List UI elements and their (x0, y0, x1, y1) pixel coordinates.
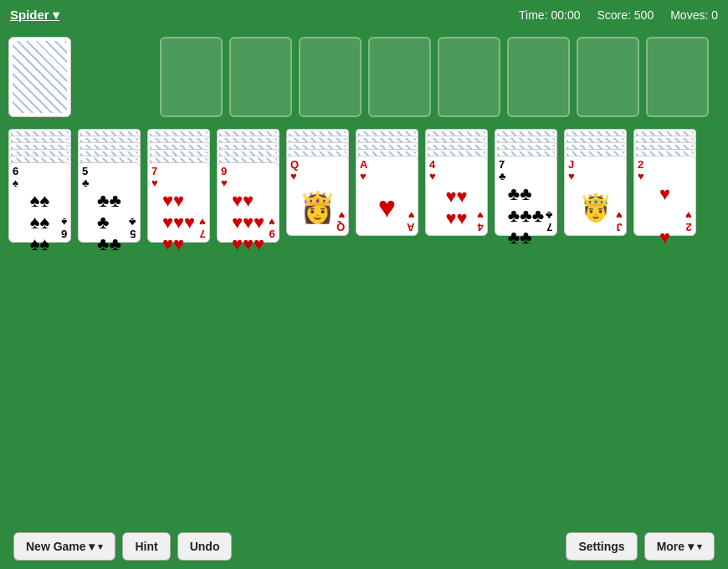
card-face[interactable]: 2♥ ♥♥ 2♥ (633, 156, 696, 236)
stats-area: Time: 00:00 Score: 500 Moves: 0 (519, 8, 718, 22)
moves-display: Moves: 0 (670, 8, 718, 22)
new-game-button[interactable]: New Game ▾ (13, 532, 115, 561)
undo-button[interactable]: Undo (177, 532, 233, 561)
foundation-2[interactable] (299, 37, 361, 117)
tableau-col-3[interactable]: 9♥ ♥♥♥♥♥♥♥♥ 9♥ (217, 129, 279, 243)
card-face[interactable]: J♥ 🤴 J♥ (564, 156, 627, 236)
top-row (8, 37, 720, 120)
footer: New Game ▾ Hint Undo Settings More ▾ (0, 524, 728, 569)
card-face[interactable]: 7♣ ♣♣♣♣♣♣♣ 7♣ (495, 156, 557, 236)
settings-button[interactable]: Settings (566, 532, 637, 561)
tableau-col-5[interactable]: A♥ ♥ A♥ (356, 129, 418, 243)
foundation-3[interactable] (368, 37, 431, 117)
game-title[interactable]: Spider ▾ (10, 8, 59, 22)
tableau-col-9[interactable]: 2♥ ♥♥ 2♥ (633, 129, 696, 243)
hint-button[interactable]: Hint (122, 532, 170, 561)
footer-right: Settings More ▾ (566, 532, 715, 561)
tableau-col-8[interactable]: J♥ 🤴 J♥ (564, 129, 627, 243)
tableau: 6♠ ♠♠♠♠♠♠ 6♠ 5♣ ♣♣♣♣♣ 5♣ (8, 129, 720, 243)
card-face[interactable]: 6♠ ♠♠♠♠♠♠ 6♠ (8, 162, 71, 243)
foundation-4[interactable] (438, 37, 500, 117)
foundation-1[interactable] (229, 37, 292, 117)
time-display: Time: 00:00 (519, 8, 580, 22)
game-title-area[interactable]: Spider ▾ (10, 8, 59, 23)
tableau-col-6[interactable]: 4♥ ♥♥♥♥ 4♥ (425, 129, 488, 243)
foundation-0[interactable] (160, 37, 223, 117)
score-display: Score: 500 (597, 8, 654, 22)
card-face[interactable]: 5♣ ♣♣♣♣♣ 5♣ (78, 162, 141, 243)
tableau-col-0[interactable]: 6♠ ♠♠♠♠♠♠ 6♠ (8, 129, 71, 243)
card-face[interactable]: A♥ ♥ A♥ (356, 156, 418, 236)
foundation-7[interactable] (646, 37, 709, 117)
card-face[interactable]: 7♥ ♥♥♥♥♥♥♥ 7♥ (147, 162, 210, 243)
card-face[interactable]: Q♥ 👸 Q♥ (286, 156, 349, 236)
tableau-col-7[interactable]: 7♣ ♣♣♣♣♣♣♣ 7♣ (495, 129, 557, 243)
card-face[interactable]: 4♥ ♥♥♥♥ 4♥ (425, 156, 488, 236)
more-button[interactable]: More ▾ (644, 532, 715, 561)
game-area: 6♠ ♠♠♠♠♠♠ 6♠ 5♣ ♣♣♣♣♣ 5♣ (0, 30, 728, 249)
tableau-col-2[interactable]: 7♥ ♥♥♥♥♥♥♥ 7♥ (147, 129, 210, 243)
stock-pile[interactable] (8, 37, 71, 117)
footer-left: New Game ▾ Hint Undo (13, 532, 232, 561)
header: Spider ▾ Time: 00:00 Score: 500 Moves: 0 (0, 0, 728, 30)
foundation-6[interactable] (577, 37, 639, 117)
tableau-col-4[interactable]: Q♥ 👸 Q♥ (286, 129, 349, 243)
foundation-5[interactable] (507, 37, 570, 117)
tableau-col-1[interactable]: 5♣ ♣♣♣♣♣ 5♣ (78, 129, 141, 243)
card-face[interactable]: 9♥ ♥♥♥♥♥♥♥♥ 9♥ (217, 162, 279, 243)
